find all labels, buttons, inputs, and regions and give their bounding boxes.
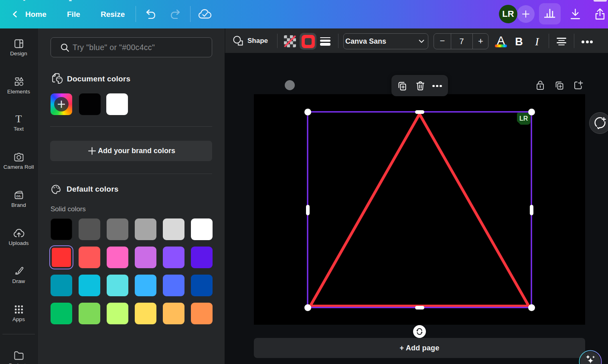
svg-text:co.: co.	[16, 194, 21, 198]
